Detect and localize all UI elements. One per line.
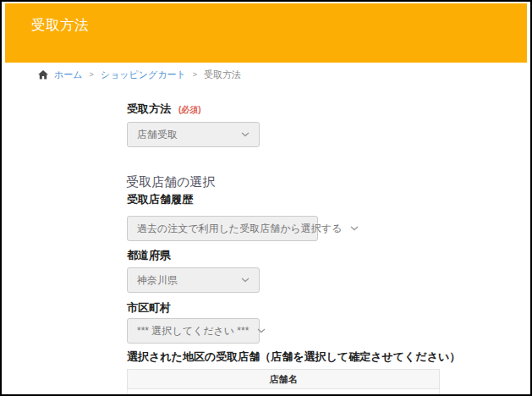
breadcrumb-item-cart[interactable]: ショッピングカート bbox=[101, 69, 186, 81]
city-label: 市区町村 bbox=[127, 300, 171, 316]
city-selected-value: *** 選択してください *** bbox=[137, 324, 249, 338]
pickup-method-selected-value: 店舗受取 bbox=[137, 128, 178, 142]
city-select[interactable]: *** 選択してください *** bbox=[127, 318, 260, 344]
prefecture-selected-value: 神奈川県 bbox=[137, 273, 178, 288]
store-table: 店舗名 bbox=[127, 369, 440, 396]
breadcrumb-home-link[interactable]: ホーム bbox=[38, 69, 83, 81]
page-title: 受取方法 bbox=[31, 16, 89, 35]
breadcrumb-item-home[interactable]: ホーム bbox=[54, 69, 83, 81]
city-label-text: 市区町村 bbox=[127, 300, 171, 316]
store-history-select[interactable]: 過去の注文で利用した受取店舗から選択する bbox=[127, 216, 318, 241]
chevron-down-icon bbox=[241, 278, 250, 283]
page-header-banner: 受取方法 bbox=[5, 3, 527, 63]
store-table-empty-cell bbox=[128, 389, 440, 396]
pickup-method-select[interactable]: 店舗受取 bbox=[127, 122, 260, 147]
breadcrumb-separator-icon: > bbox=[90, 71, 94, 79]
required-badge: (必須) bbox=[178, 104, 201, 116]
prefecture-select[interactable]: 神奈川県 bbox=[127, 267, 260, 293]
chevron-down-icon bbox=[350, 226, 359, 231]
breadcrumb-item-current: 受取方法 bbox=[204, 69, 241, 81]
pickup-method-label: 受取方法 (必須) bbox=[127, 102, 201, 117]
prefecture-label-text: 都道府県 bbox=[127, 248, 171, 263]
store-section-heading: 受取店舗の選択 bbox=[126, 174, 215, 190]
home-icon bbox=[38, 70, 48, 80]
pickup-method-page: 受取方法 ホーム > ショッピングカート > 受取方法 受取方法 (必須) 店舗… bbox=[0, 0, 532, 396]
prefecture-label: 都道府県 bbox=[127, 248, 171, 263]
store-history-selected-value: 過去の注文で利用した受取店舗から選択する bbox=[137, 222, 342, 236]
store-history-label: 受取店舗履歴 bbox=[127, 192, 193, 207]
store-table-column-name: 店舗名 bbox=[128, 370, 440, 389]
chevron-down-icon bbox=[241, 132, 250, 137]
pickup-method-label-text: 受取方法 bbox=[127, 102, 171, 117]
store-list-heading: 選択された地区の受取店舗（店舗を選択して確定させてください） bbox=[127, 349, 460, 365]
chevron-down-icon bbox=[257, 328, 266, 333]
breadcrumb-separator-icon: > bbox=[193, 71, 197, 79]
table-row[interactable] bbox=[128, 389, 440, 396]
store-history-label-text: 受取店舗履歴 bbox=[127, 192, 193, 207]
breadcrumb: ホーム > ショッピングカート > 受取方法 bbox=[38, 68, 241, 81]
store-table-header-row: 店舗名 bbox=[128, 370, 440, 389]
